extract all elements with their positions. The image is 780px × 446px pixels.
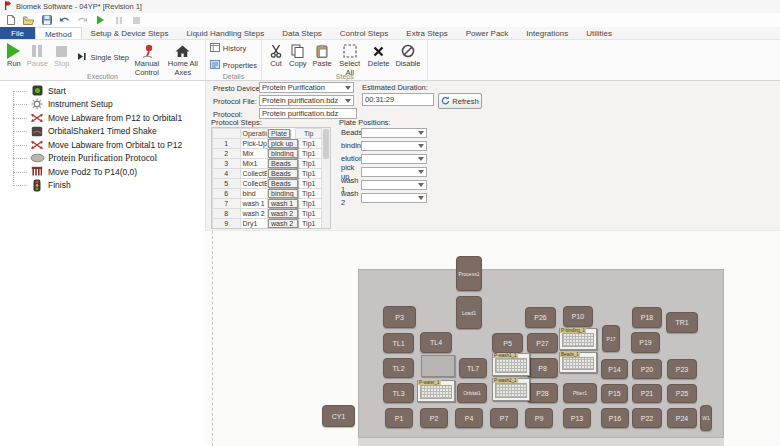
deck-position-tl3[interactable]: TL3 <box>383 383 414 403</box>
deck-position-p26[interactable]: P26 <box>525 307 556 328</box>
plate-position-wash-1-select[interactable] <box>361 180 427 190</box>
tab-utilities[interactable]: Utilities <box>577 27 621 39</box>
deck-position-p25[interactable]: P25 <box>667 384 697 403</box>
tab-method[interactable]: Method <box>35 27 82 39</box>
tree-item-move-labware-from-p12-to-orbital1[interactable]: Move Labware from P12 to Orbital1 <box>0 111 205 125</box>
new-method-icon[interactable] <box>5 15 16 26</box>
deck-labware-p-water-1[interactable]: P-water_1 <box>417 380 455 402</box>
deck-position-p10[interactable]: P10 <box>563 306 593 327</box>
tree-item-move-labware-from-orbital1-to-p12[interactable]: Move Labware from Orbital1 to P12 <box>0 138 205 152</box>
deck-labware-p-binding-1[interactable]: P-binding_1 <box>559 328 597 350</box>
tab-control-steps[interactable]: Control Steps <box>331 27 397 39</box>
protocol-step-row-10[interactable]: 10elutionelutionTip1 <box>213 229 323 230</box>
deck-position-p18[interactable]: P18 <box>632 307 662 328</box>
deck-position-p21[interactable]: P21 <box>632 384 662 403</box>
protocol-step-row-6[interactable]: 6bindbindingTip1 <box>213 189 323 199</box>
protocol-step-row-2[interactable]: 2MixbindingTip1 <box>213 149 323 159</box>
history-button[interactable]: History <box>210 43 257 54</box>
table-scrollbar[interactable] <box>321 128 330 228</box>
plate-position-elution-select[interactable] <box>361 154 427 164</box>
deck-labware-beads-1[interactable]: Beads_1 <box>559 352 597 373</box>
tab-setup-device-steps[interactable]: Setup & Device Steps <box>82 27 178 39</box>
paste-button[interactable]: Paste <box>310 42 335 70</box>
tab-integrations[interactable]: Integrations <box>517 27 577 39</box>
tree-item-instrument-setup[interactable]: Instrument Setup <box>0 98 205 112</box>
deck-position-tl2[interactable]: TL2 <box>383 358 414 378</box>
deck-position-process1[interactable]: Process1 <box>456 256 482 291</box>
deck-position-tl1[interactable]: TL1 <box>383 333 414 353</box>
protocol-step-row-9[interactable]: 9Dry1wash 2Tip1 <box>213 219 323 229</box>
deck-labware-p-wash2-1[interactable]: P-wash2_1 <box>492 378 530 401</box>
protocol-file-select[interactable]: Protein purification.bdz <box>259 95 354 106</box>
deck-position-p22[interactable]: P22 <box>632 408 662 428</box>
protocol-step-row-7[interactable]: 7wash 1wash 1Tip1 <box>213 199 323 209</box>
stop-button: Stop <box>51 42 72 70</box>
open-method-icon[interactable] <box>23 15 34 26</box>
deck-empty-holder[interactable] <box>421 355 455 377</box>
deck-position-p7[interactable]: P7 <box>490 408 518 428</box>
save-icon[interactable] <box>41 15 52 26</box>
tab-liquid-handling-steps[interactable]: Liquid Handling Steps <box>177 27 273 39</box>
plate-position-beads-select[interactable] <box>361 128 427 138</box>
deck-position-p9[interactable]: P9 <box>525 408 553 428</box>
delete-button[interactable]: Delete <box>365 42 393 70</box>
deck-position-pltier1[interactable]: Pltier1 <box>563 383 597 403</box>
deck-position-cy1[interactable]: CY1 <box>322 405 355 427</box>
redo-icon[interactable] <box>77 15 88 26</box>
tree-item-finish[interactable]: Finish <box>0 179 205 193</box>
deck-position-w1[interactable]: W1 <box>700 405 712 431</box>
properties-button[interactable]: Properties <box>210 60 257 71</box>
tree-item-start[interactable]: Start <box>0 84 205 98</box>
plate-position-binding-select[interactable] <box>361 141 427 151</box>
copy-button[interactable]: Copy <box>286 42 310 70</box>
deck-position-p28[interactable]: P28 <box>527 383 558 403</box>
deck-position-p19[interactable]: P19 <box>631 332 660 353</box>
tab-data-steps[interactable]: Data Steps <box>273 27 331 39</box>
protocol-step-row-3[interactable]: 3Mix1BeadsTip1 <box>213 159 323 169</box>
deck-position-p24[interactable]: P24 <box>667 408 697 428</box>
deck-position-p5[interactable]: P5 <box>492 333 523 353</box>
single-step-button[interactable]: Single Step <box>77 52 128 63</box>
deck-position-tr1[interactable]: TR1 <box>666 312 698 333</box>
refresh-button[interactable]: Refresh <box>438 93 482 109</box>
plate-position-wash-2-select[interactable] <box>361 193 427 203</box>
protocol-step-row-5[interactable]: 5CollectBeads2BeadsTip1 <box>213 179 323 189</box>
tree-item-orbitalshaker1-timed-shake[interactable]: OrbitalShaker1 Timed Shake <box>0 125 205 139</box>
deck-position-p20[interactable]: P20 <box>632 359 662 379</box>
deck-position-orbital1[interactable]: Orbital1 <box>457 383 487 403</box>
deck-position-p17[interactable]: P17 <box>602 325 620 352</box>
plate-position-pick-up-select[interactable] <box>361 167 427 177</box>
protocol-step-row-8[interactable]: 8wash 2wash 2Tip1 <box>213 209 323 219</box>
deck-position-p4[interactable]: P4 <box>455 408 483 428</box>
protocol-step-row-4[interactable]: 4CollectBeads1BeadsTip1 <box>213 169 323 179</box>
tab-file[interactable]: File <box>0 27 35 39</box>
tab-extra-steps[interactable]: Extra Steps <box>397 27 456 39</box>
run-quick-icon[interactable] <box>95 15 106 26</box>
tree-item-move-pod2-to-p14-0-0[interactable]: Move Pod2 To P14(0,0) <box>0 165 205 179</box>
deck-position-p3[interactable]: P3 <box>383 306 416 328</box>
deck-position-p13[interactable]: P13 <box>563 408 591 428</box>
deck-position-p27[interactable]: P27 <box>527 333 558 353</box>
deck-position-p15[interactable]: P15 <box>601 384 628 403</box>
deck-position-tl7[interactable]: TL7 <box>459 358 487 378</box>
deck-position-p14[interactable]: P14 <box>601 359 628 379</box>
deck-position-tl4[interactable]: TL4 <box>420 332 452 353</box>
tree-item-protein-purification-protocol[interactable]: Protein Purification Protocol <box>0 152 205 166</box>
deck-labware-p-wash1-1[interactable]: P-wash1_1 <box>492 353 530 376</box>
presto-device-select[interactable]: Protein Purification <box>259 82 354 93</box>
protocol-steps-title: Protocol Steps: <box>211 118 262 127</box>
protocol-step-row-1[interactable]: 1Pick-Uppick upTip1 <box>213 139 323 149</box>
cut-button[interactable]: Cut <box>266 42 286 70</box>
deck-position-p2[interactable]: P2 <box>420 408 448 428</box>
estimated-duration-field[interactable]: 00:31:29 <box>362 93 434 106</box>
run-button[interactable]: Run <box>4 42 24 70</box>
deck-position-p16[interactable]: P16 <box>601 408 629 428</box>
deck-position-p8[interactable]: P8 <box>527 358 558 378</box>
tab-power-pack[interactable]: Power Pack <box>457 27 518 39</box>
disable-button[interactable]: Disable <box>392 42 423 70</box>
deck-position-load1[interactable]: Load1 <box>456 296 482 329</box>
scrollbar-thumb[interactable] <box>323 129 329 159</box>
undo-icon[interactable] <box>59 15 70 26</box>
deck-position-p1[interactable]: P1 <box>385 408 413 428</box>
deck-position-p23[interactable]: P23 <box>667 359 697 379</box>
